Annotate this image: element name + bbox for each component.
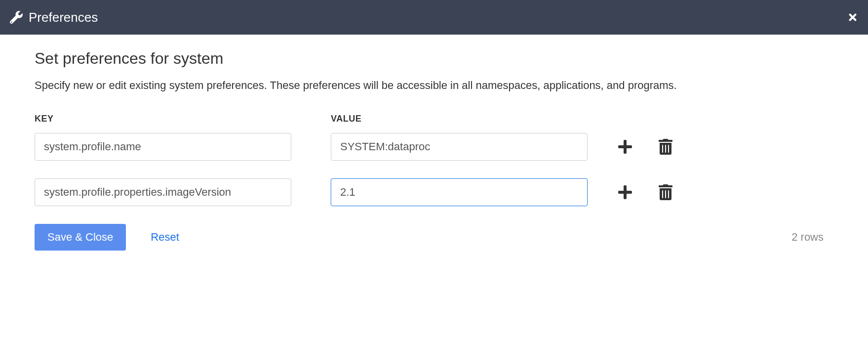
add-row-icon[interactable] <box>617 139 633 155</box>
preference-row <box>35 133 833 161</box>
delete-row-icon[interactable] <box>658 139 673 155</box>
value-input[interactable] <box>331 178 588 206</box>
close-icon[interactable] <box>847 12 858 23</box>
key-column-header: KEY <box>35 114 331 124</box>
header-left: Preferences <box>10 10 98 25</box>
value-column-header: VALUE <box>331 114 627 124</box>
reset-link[interactable]: Reset <box>151 231 179 244</box>
preference-row <box>35 178 833 206</box>
row-count-label: 2 rows <box>791 231 824 244</box>
dialog-content: Set preferences for system Specify new o… <box>0 35 868 265</box>
dialog-header: Preferences <box>0 0 868 35</box>
save-close-button[interactable]: Save & Close <box>35 224 126 251</box>
key-input[interactable] <box>35 178 291 206</box>
row-actions <box>617 139 673 155</box>
row-actions <box>617 184 673 200</box>
wrench-icon <box>10 11 23 24</box>
section-title: Set preferences for system <box>35 49 833 68</box>
columns-header: KEY VALUE <box>35 114 833 124</box>
value-input[interactable] <box>331 133 588 161</box>
key-input[interactable] <box>35 133 291 161</box>
add-row-icon[interactable] <box>617 184 633 200</box>
dialog-footer: Save & Close Reset 2 rows <box>35 224 833 251</box>
section-description: Specify new or edit existing system pref… <box>35 77 726 94</box>
dialog-title: Preferences <box>29 10 98 25</box>
footer-left: Save & Close Reset <box>35 224 179 251</box>
delete-row-icon[interactable] <box>658 184 673 200</box>
